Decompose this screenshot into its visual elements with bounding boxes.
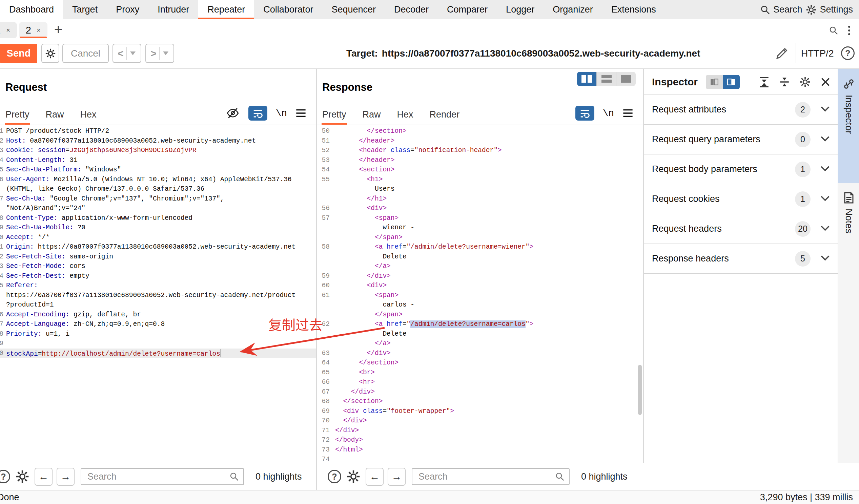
- inspector-row-request-body-parameters[interactable]: Request body parameters1: [644, 154, 838, 184]
- response-size-time: 3,290 bytes | 339 millis: [760, 492, 853, 503]
- menu-item-dashboard[interactable]: Dashboard: [0, 0, 63, 19]
- code-line: </a>: [317, 339, 643, 349]
- request-tab-hex[interactable]: Hex: [80, 109, 97, 125]
- search-settings-gear-icon[interactable]: [15, 469, 30, 484]
- inspector-row-label: Request attributes: [652, 104, 795, 115]
- search-next-button[interactable]: →: [57, 468, 75, 486]
- search-settings-gear-icon[interactable]: [346, 469, 361, 484]
- dock-left-button[interactable]: [706, 75, 723, 89]
- inspector-row-response-headers[interactable]: Response headers5: [644, 244, 838, 274]
- menu-item-proxy[interactable]: Proxy: [107, 0, 148, 19]
- request-tab-pretty[interactable]: Pretty: [5, 109, 30, 125]
- send-options-button[interactable]: [41, 44, 59, 63]
- chevron-down-icon[interactable]: [820, 195, 830, 203]
- response-highlight-count: 0 highlights: [581, 472, 628, 482]
- chevron-down-icon[interactable]: [820, 225, 830, 233]
- divider: [796, 43, 796, 63]
- code-line: </h1>: [317, 194, 643, 204]
- close-tab-icon[interactable]: ×: [36, 27, 41, 34]
- search-previous-button[interactable]: ←: [34, 468, 52, 486]
- menu-item-comparer[interactable]: Comparer: [438, 0, 497, 19]
- code-line: 70</div>: [317, 416, 643, 426]
- inspector-plug-icon: [843, 78, 855, 90]
- request-tab-raw[interactable]: Raw: [45, 109, 65, 125]
- inspector-row-request-query-parameters[interactable]: Request query parameters0: [644, 125, 838, 154]
- request-editor[interactable]: 1POST /product/stock HTTP/22Host: 0a8700…: [0, 125, 316, 463]
- menu-item-repeater[interactable]: Repeater: [198, 0, 254, 19]
- chevron-down-icon[interactable]: [130, 51, 136, 55]
- response-tab-render[interactable]: Render: [429, 109, 461, 125]
- chevron-down-icon[interactable]: [820, 255, 830, 263]
- inspector-row-request-attributes[interactable]: Request attributes2: [644, 95, 838, 125]
- menu-item-organizer[interactable]: Organizer: [544, 0, 602, 19]
- code-line: 71</div>: [317, 426, 643, 436]
- search-input[interactable]: [87, 471, 229, 482]
- code-line: 56<div>: [317, 203, 643, 213]
- close-tab-icon[interactable]: ×: [6, 27, 10, 34]
- collapse-all-icon[interactable]: [779, 76, 790, 88]
- response-tab-hex[interactable]: Hex: [396, 109, 414, 125]
- menu-item-logger[interactable]: Logger: [497, 0, 544, 19]
- inspector-row-request-headers[interactable]: Request headers20: [644, 214, 838, 244]
- editor-menu-icon[interactable]: [295, 108, 307, 118]
- hide-headers-eye-icon[interactable]: [225, 107, 240, 120]
- request-header: Request PrettyRawHex \n: [0, 69, 316, 125]
- add-tab-button[interactable]: +: [54, 21, 63, 37]
- inspector-tab-label: Inspector: [843, 95, 854, 134]
- tab-search-icon[interactable]: [829, 26, 839, 35]
- status-bar: Done 3,290 bytes | 339 millis: [0, 490, 859, 504]
- inspector-row-request-cookies[interactable]: Request cookies1: [644, 184, 838, 214]
- menu-item-decoder[interactable]: Decoder: [385, 0, 438, 19]
- code-line: </span>: [317, 233, 643, 243]
- menu-item-intruder[interactable]: Intruder: [148, 0, 198, 19]
- chevron-down-icon[interactable]: [820, 165, 830, 173]
- dock-right-button[interactable]: [723, 75, 740, 89]
- show-newlines-toggle[interactable]: \n: [275, 108, 287, 119]
- send-button[interactable]: Send: [0, 44, 37, 63]
- menu-item-collaborator[interactable]: Collaborator: [254, 0, 322, 19]
- repeater-tabs: 1×2×: [0, 21, 49, 38]
- target-label: Target:: [346, 48, 378, 59]
- code-line: 20stockApi=http://localhost/admin/delete…: [0, 349, 316, 358]
- menu-item-extensions[interactable]: Extensions: [602, 0, 665, 19]
- repeater-tab-1[interactable]: 1×: [0, 22, 17, 38]
- editor-menu-icon[interactable]: [622, 108, 634, 118]
- word-wrap-toggle[interactable]: [248, 106, 267, 121]
- next-request-button[interactable]: >: [145, 44, 174, 63]
- chevron-down-icon[interactable]: [820, 106, 830, 114]
- word-wrap-toggle[interactable]: [575, 106, 594, 121]
- search-previous-button[interactable]: ←: [366, 468, 383, 486]
- chevron-down-icon[interactable]: [163, 51, 168, 55]
- search-next-button[interactable]: →: [388, 468, 406, 486]
- chevron-down-icon[interactable]: [820, 136, 830, 143]
- settings-button[interactable]: Settings: [805, 4, 853, 16]
- inspector-settings-gear-icon[interactable]: [799, 76, 811, 88]
- target-url-line: Target: https://0a87007f0377a1138010c689…: [346, 38, 700, 68]
- help-icon[interactable]: ?: [328, 470, 341, 483]
- sidebar-tab-notes[interactable]: Notes: [838, 183, 859, 285]
- cancel-button[interactable]: Cancel: [62, 44, 109, 63]
- global-search-button[interactable]: Search: [760, 4, 802, 15]
- edit-target-pencil-icon[interactable]: [775, 46, 789, 60]
- expand-all-icon[interactable]: [758, 76, 770, 88]
- more-options-icon[interactable]: [847, 25, 851, 36]
- code-line: 19: [0, 339, 316, 349]
- response-viewer[interactable]: 50</section>51</header>52<header class="…: [317, 125, 643, 463]
- repeater-tab-2[interactable]: 2×: [19, 22, 47, 38]
- close-inspector-icon[interactable]: [820, 77, 831, 87]
- scrollbar-thumb[interactable]: [638, 365, 642, 415]
- response-panel: Response PrettyRawHexRender \n 50</se: [317, 69, 644, 463]
- show-newlines-toggle[interactable]: \n: [602, 108, 614, 119]
- help-icon[interactable]: ?: [841, 46, 855, 60]
- response-tab-raw[interactable]: Raw: [362, 109, 381, 125]
- previous-request-button[interactable]: <: [112, 44, 141, 63]
- help-icon[interactable]: ?: [0, 470, 10, 483]
- menu-item-target[interactable]: Target: [63, 0, 107, 19]
- response-tab-pretty[interactable]: Pretty: [321, 109, 347, 125]
- settings-label: Settings: [820, 4, 853, 15]
- code-line: ?productId=1: [0, 300, 316, 310]
- search-input[interactable]: [418, 471, 555, 482]
- sidebar-tab-inspector[interactable]: Inspector: [838, 69, 859, 183]
- menu-item-sequencer[interactable]: Sequencer: [322, 0, 385, 19]
- side-tab-strip: Inspector Notes: [838, 69, 859, 463]
